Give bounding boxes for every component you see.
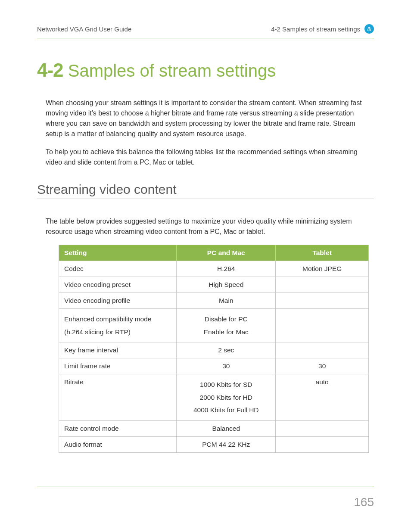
cell-pcmac: 1000 Kbits for SD 2000 Kbits for HD 4000… bbox=[177, 374, 276, 420]
share-icon[interactable] bbox=[364, 24, 374, 34]
header-right: 4-2 Samples of stream settings bbox=[271, 25, 360, 33]
table-row: Video encoding preset High Speed bbox=[59, 277, 369, 293]
section-lead: The table below provides suggested setti… bbox=[46, 216, 374, 237]
cell-pcmac: High Speed bbox=[177, 277, 276, 293]
cell-setting: Video encoding preset bbox=[59, 277, 177, 293]
header-right-group: 4-2 Samples of stream settings bbox=[271, 24, 374, 34]
header-left: Networked VGA Grid User Guide bbox=[37, 25, 131, 33]
cell-setting: Rate control mode bbox=[59, 420, 177, 436]
cell-tablet: 30 bbox=[276, 358, 369, 374]
settings-table: Setting PC and Mac Tablet Codec H.264 Mo… bbox=[59, 245, 369, 452]
cell-setting: Key frame interval bbox=[59, 342, 177, 358]
header-rule bbox=[37, 38, 374, 38]
cell-setting: Enhanced compatibility mode (h.264 slici… bbox=[59, 309, 177, 342]
cell-tablet: auto bbox=[276, 374, 369, 420]
cell-tablet bbox=[276, 277, 369, 293]
table-row: Video encoding profile Main bbox=[59, 293, 369, 309]
intro-paragraph-1: When choosing your stream settings it is… bbox=[46, 98, 374, 139]
cell-line: Enhanced compatibility mode bbox=[64, 313, 171, 325]
col-header-setting: Setting bbox=[59, 245, 177, 261]
cell-pcmac: Main bbox=[177, 293, 276, 309]
section-heading: Streaming video content bbox=[37, 182, 374, 199]
cell-pcmac: Disable for PC Enable for Mac bbox=[177, 309, 276, 342]
cell-line: 1000 Kbits for SD bbox=[182, 378, 270, 391]
cell-pcmac: H.264 bbox=[177, 261, 276, 277]
cell-pcmac: PCM 44 22 KHz bbox=[177, 436, 276, 452]
page-number: 165 bbox=[354, 495, 374, 509]
cell-tablet bbox=[276, 420, 369, 436]
cell-tablet: Motion JPEG bbox=[276, 261, 369, 277]
table-row: Rate control mode Balanced bbox=[59, 420, 369, 436]
cell-tablet bbox=[276, 309, 369, 342]
table-row: Enhanced compatibility mode (h.264 slici… bbox=[59, 309, 369, 342]
settings-table-wrap: Setting PC and Mac Tablet Codec H.264 Mo… bbox=[59, 245, 369, 452]
section-lead-block: The table below provides suggested setti… bbox=[37, 216, 374, 237]
page-header: Networked VGA Grid User Guide 4-2 Sample… bbox=[37, 24, 374, 34]
page-title: 4-2 Samples of stream settings bbox=[37, 60, 374, 81]
title-number: 4-2 bbox=[37, 59, 63, 81]
cell-line: (h.264 slicing for RTP) bbox=[64, 326, 171, 338]
table-row: Codec H.264 Motion JPEG bbox=[59, 261, 369, 277]
table-row: Limit frame rate 30 30 bbox=[59, 358, 369, 374]
cell-line: 4000 Kbits for Full HD bbox=[182, 404, 270, 416]
title-text: Samples of stream settings bbox=[68, 61, 276, 80]
intro-block: When choosing your stream settings it is… bbox=[37, 98, 374, 168]
table-header-row: Setting PC and Mac Tablet bbox=[59, 245, 369, 261]
table-row: Key frame interval 2 sec bbox=[59, 342, 369, 358]
page: Networked VGA Grid User Guide 4-2 Sample… bbox=[0, 0, 411, 532]
cell-tablet bbox=[276, 342, 369, 358]
cell-setting: Limit frame rate bbox=[59, 358, 177, 374]
table-row: Bitrate 1000 Kbits for SD 2000 Kbits for… bbox=[59, 374, 369, 420]
cell-pcmac: 2 sec bbox=[177, 342, 276, 358]
cell-setting: Bitrate bbox=[59, 374, 177, 420]
intro-paragraph-2: To help you to achieve this balance the … bbox=[46, 147, 374, 168]
cell-tablet bbox=[276, 293, 369, 309]
col-header-tablet: Tablet bbox=[276, 245, 369, 261]
col-header-pcmac: PC and Mac bbox=[177, 245, 276, 261]
cell-tablet bbox=[276, 436, 369, 452]
cell-line: Enable for Mac bbox=[182, 326, 270, 338]
cell-line: Disable for PC bbox=[182, 313, 270, 325]
cell-setting: Audio format bbox=[59, 436, 177, 452]
cell-line: 2000 Kbits for HD bbox=[182, 391, 270, 404]
cell-pcmac: Balanced bbox=[177, 420, 276, 436]
cell-setting: Codec bbox=[59, 261, 177, 277]
cell-setting: Video encoding profile bbox=[59, 293, 177, 309]
cell-pcmac: 30 bbox=[177, 358, 276, 374]
table-row: Audio format PCM 44 22 KHz bbox=[59, 436, 369, 452]
footer-rule bbox=[37, 486, 374, 486]
